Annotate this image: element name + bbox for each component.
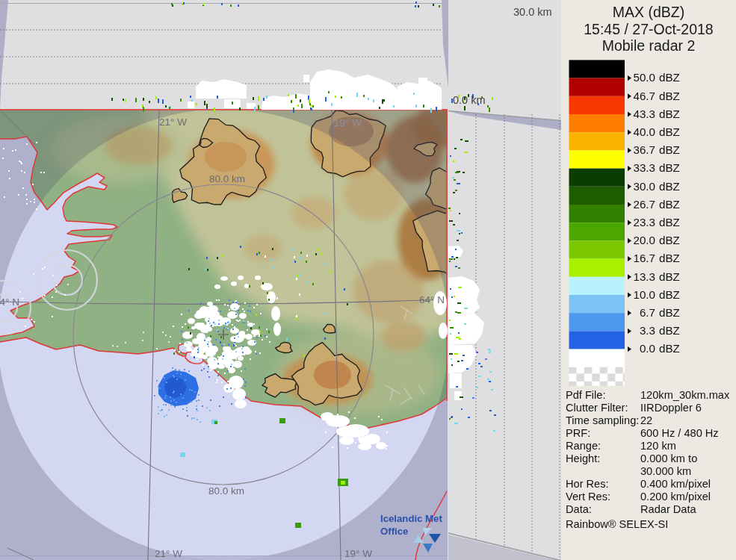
svg-text:10.0: 10.0 <box>633 288 655 301</box>
svg-text:0.0: 0.0 <box>640 342 655 355</box>
svg-text:Time sampling:: Time sampling: <box>566 414 639 426</box>
svg-text:0.000 km to: 0.000 km to <box>640 452 697 464</box>
svg-text:Vert Res:: Vert Res: <box>566 491 610 503</box>
svg-text:Hor Res:: Hor Res: <box>566 478 609 490</box>
svg-text:dBZ: dBZ <box>659 143 680 156</box>
svg-text:Radar Data: Radar Data <box>640 503 697 515</box>
svg-text:Office: Office <box>380 526 408 537</box>
svg-text:dBZ: dBZ <box>659 324 680 337</box>
svg-text:Range:: Range: <box>566 440 601 452</box>
svg-text:16.7: 16.7 <box>633 252 655 264</box>
svg-text:21° W: 21° W <box>155 548 182 559</box>
svg-text:120 km: 120 km <box>640 440 676 452</box>
svg-text:dBZ: dBZ <box>659 216 680 228</box>
svg-text:6.7: 6.7 <box>640 306 655 319</box>
svg-text:80.0 km: 80.0 km <box>209 173 245 184</box>
svg-text:23.3: 23.3 <box>633 216 655 228</box>
svg-text:46.7: 46.7 <box>633 90 655 102</box>
svg-text:13.3: 13.3 <box>633 270 655 283</box>
svg-text:PRF:: PRF: <box>566 427 590 439</box>
svg-text:MAX (dBZ): MAX (dBZ) <box>613 4 684 20</box>
svg-text:20.0: 20.0 <box>633 234 655 246</box>
svg-text:22: 22 <box>640 414 652 426</box>
svg-text:0.0 km: 0.0 km <box>453 94 486 106</box>
svg-text:dBZ: dBZ <box>659 161 680 174</box>
svg-text:80.0 km: 80.0 km <box>208 485 244 497</box>
svg-text:50.0: 50.0 <box>633 71 655 84</box>
svg-text:26.7: 26.7 <box>633 198 655 211</box>
svg-text:Pdf File:: Pdf File: <box>566 389 606 401</box>
svg-text:30.0 km: 30.0 km <box>513 6 552 18</box>
svg-text:19° W: 19° W <box>344 548 372 559</box>
svg-text:33.3: 33.3 <box>633 161 655 174</box>
svg-text:Data:: Data: <box>566 503 592 515</box>
svg-text:64° N: 64° N <box>0 296 19 308</box>
svg-text:40.0: 40.0 <box>633 125 655 138</box>
svg-text:21° W: 21° W <box>159 116 187 128</box>
svg-text:dBZ: dBZ <box>659 71 680 84</box>
svg-text:dBZ: dBZ <box>659 125 680 138</box>
svg-text:Clutter Filter:: Clutter Filter: <box>566 402 628 414</box>
svg-text:15:45 / 27-Oct-2018: 15:45 / 27-Oct-2018 <box>584 21 713 37</box>
svg-text:43.3: 43.3 <box>633 108 655 120</box>
svg-text:Icelandic Met: Icelandic Met <box>380 513 442 524</box>
svg-text:64° N: 64° N <box>419 294 445 305</box>
svg-text:dBZ: dBZ <box>659 198 680 211</box>
svg-text:dBZ: dBZ <box>659 252 680 264</box>
svg-text:30.0: 30.0 <box>633 180 655 193</box>
svg-text:19° W: 19° W <box>334 117 362 128</box>
svg-text:Height:: Height: <box>566 452 600 464</box>
svg-text:dBZ: dBZ <box>659 270 680 283</box>
svg-text:dBZ: dBZ <box>659 108 680 120</box>
svg-text:dBZ: dBZ <box>659 234 680 246</box>
svg-text:3.3: 3.3 <box>640 324 655 337</box>
svg-text:0.400 km/pixel: 0.400 km/pixel <box>640 478 711 490</box>
svg-text:IIRDoppler 6: IIRDoppler 6 <box>640 402 702 414</box>
svg-text:30.000 km: 30.000 km <box>640 465 691 477</box>
svg-text:600 Hz / 480 Hz: 600 Hz / 480 Hz <box>640 427 719 439</box>
svg-text:Mobile radar 2: Mobile radar 2 <box>602 37 696 54</box>
svg-text:dBZ: dBZ <box>659 342 680 355</box>
svg-text:dBZ: dBZ <box>659 180 680 193</box>
svg-text:0.200 km/pixel: 0.200 km/pixel <box>640 491 711 503</box>
svg-text:dBZ: dBZ <box>659 288 680 301</box>
svg-text:dBZ: dBZ <box>659 90 680 102</box>
svg-text:120km_30km.max: 120km_30km.max <box>640 389 730 401</box>
svg-text:36.7: 36.7 <box>633 143 655 156</box>
svg-text:dBZ: dBZ <box>659 306 680 319</box>
svg-text:Rainbow® SELEX-SI: Rainbow® SELEX-SI <box>566 518 668 530</box>
